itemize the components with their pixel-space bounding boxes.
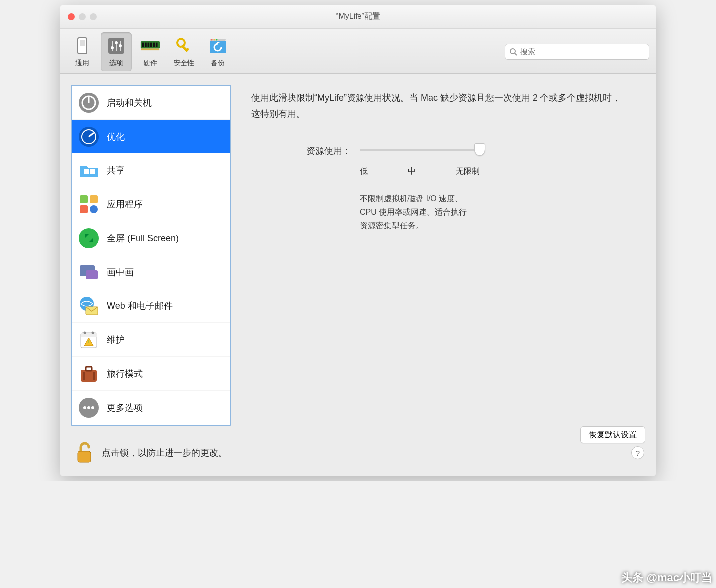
folder-icon	[78, 159, 100, 181]
svg-point-55	[87, 406, 90, 409]
tab-label: 通用	[75, 59, 89, 68]
scale-low: 低	[360, 166, 368, 177]
svg-point-56	[91, 406, 94, 409]
tab-options[interactable]: 选项	[101, 32, 132, 71]
svg-point-23	[216, 39, 218, 40]
svg-point-38	[90, 205, 98, 213]
sidebar-item-more[interactable]: 更多选项	[72, 391, 230, 425]
sidebar-item-maintenance[interactable]: ! 维护	[72, 323, 230, 357]
slider-label: 资源使用：	[251, 145, 351, 157]
sidebar-item-label: 共享	[107, 164, 125, 176]
switch-icon	[72, 36, 92, 56]
window-title: “MyLife”配置	[60, 11, 656, 22]
backup-icon	[208, 36, 228, 56]
svg-point-6	[111, 46, 114, 49]
svg-point-39	[79, 228, 99, 248]
slider-help-text: 不限制虚拟机磁盘 I/O 速度、CPU 使用率或网速。适合执行资源密集型任务。	[360, 192, 475, 233]
help-button[interactable]: ?	[631, 446, 644, 459]
svg-rect-41	[86, 270, 98, 279]
slider-scale: 低 中 无限制	[360, 166, 480, 177]
globe-mail-icon	[78, 295, 100, 317]
svg-point-21	[211, 39, 213, 40]
footer: 点击锁，以防止进一步的更改。 ?	[60, 432, 656, 476]
sidebar-item-applications[interactable]: 应用程序	[72, 187, 230, 221]
panel-description: 使用此滑块限制“MyLife”资源使用状况。当 Mac 缺少资源且您一次使用 2…	[251, 90, 625, 122]
content-area: 启动和关机 优化 共享 应用程序	[60, 74, 656, 432]
sidebar-item-label: 启动和关机	[107, 97, 152, 109]
tab-security[interactable]: 安全性	[169, 32, 199, 71]
tab-general[interactable]: 通用	[67, 32, 98, 71]
svg-rect-52	[93, 372, 95, 380]
sidebar-item-fullscreen[interactable]: 全屏 (Full Screen)	[72, 221, 230, 255]
toolbar: 通用 选项 硬件 安全性	[60, 29, 656, 74]
suitcase-icon	[78, 363, 100, 385]
ellipsis-icon	[78, 397, 100, 419]
sidebar-item-web-email[interactable]: Web 和电子邮件	[72, 289, 230, 323]
svg-point-22	[214, 39, 215, 40]
svg-point-46	[84, 331, 86, 334]
sidebar: 启动和关机 优化 共享 应用程序	[71, 85, 231, 426]
apps-icon	[78, 193, 100, 215]
svg-rect-45	[81, 333, 97, 337]
sidebar-item-optimization[interactable]: 优化	[72, 120, 230, 153]
sidebar-item-pip[interactable]: 画中画	[72, 255, 230, 289]
warning-calendar-icon: !	[78, 329, 100, 351]
lock-text: 点击锁，以防止进一步的更改。	[102, 447, 227, 459]
svg-rect-50	[86, 367, 92, 371]
sidebar-item-sharing[interactable]: 共享	[72, 153, 230, 187]
sidebar-item-travel[interactable]: 旅行模式	[72, 357, 230, 391]
sidebar-item-label: Web 和电子邮件	[107, 300, 173, 312]
svg-point-8	[119, 44, 122, 47]
sidebar-item-startup[interactable]: 启动和关机	[72, 86, 230, 120]
tab-label: 安全性	[174, 59, 194, 68]
svg-line-26	[515, 53, 517, 55]
svg-point-17	[177, 39, 185, 47]
unlock-icon	[75, 441, 94, 464]
resource-slider[interactable]: 低 中 无限制	[360, 145, 480, 177]
tab-hardware[interactable]: 硬件	[135, 32, 166, 71]
key-icon	[174, 36, 194, 56]
search-field[interactable]	[520, 47, 645, 56]
svg-rect-16	[141, 48, 159, 50]
svg-rect-35	[80, 195, 88, 203]
sidebar-item-label: 应用程序	[107, 198, 143, 210]
sidebar-item-label: 更多选项	[107, 402, 143, 414]
restore-defaults-button[interactable]: 恢复默认设置	[580, 426, 645, 443]
sliders-icon	[106, 36, 126, 56]
lock-row[interactable]: 点击锁，以防止进一步的更改。	[75, 441, 227, 464]
search-input[interactable]	[505, 44, 649, 60]
power-icon	[78, 92, 100, 114]
resource-slider-row: 资源使用： 低 中 无限制	[251, 145, 625, 177]
preferences-window: “MyLife”配置 通用 选项 硬件	[60, 5, 656, 476]
svg-rect-14	[153, 42, 155, 47]
scale-unlimited: 无限制	[456, 166, 480, 177]
svg-rect-13	[150, 42, 152, 47]
main-panel: 使用此滑块限制“MyLife”资源使用状况。当 Mac 缺少资源且您一次使用 2…	[241, 85, 645, 426]
svg-rect-15	[156, 42, 158, 47]
pip-icon	[78, 261, 100, 283]
svg-rect-11	[145, 42, 147, 47]
search-icon	[509, 48, 517, 56]
svg-rect-1	[80, 40, 85, 46]
titlebar: “MyLife”配置	[60, 5, 656, 29]
svg-rect-10	[142, 42, 144, 47]
svg-rect-36	[90, 195, 98, 203]
tab-label: 备份	[211, 59, 225, 68]
sidebar-item-label: 优化	[107, 131, 125, 143]
scale-mid: 中	[408, 166, 416, 177]
svg-rect-34	[90, 169, 95, 174]
slider-thumb[interactable]	[474, 143, 485, 156]
svg-point-7	[115, 41, 118, 44]
sidebar-item-label: 画中画	[107, 266, 134, 278]
svg-point-25	[510, 49, 515, 54]
tab-label: 选项	[109, 59, 123, 68]
svg-rect-57	[78, 451, 91, 462]
svg-point-47	[92, 331, 94, 334]
svg-rect-12	[148, 42, 150, 47]
tab-backup[interactable]: 备份	[202, 32, 233, 71]
sidebar-item-label: 全屏 (Full Screen)	[107, 232, 179, 244]
slider-track	[360, 149, 480, 151]
ram-icon	[140, 36, 160, 56]
svg-text:!: !	[88, 339, 89, 345]
gauge-icon	[78, 126, 100, 147]
